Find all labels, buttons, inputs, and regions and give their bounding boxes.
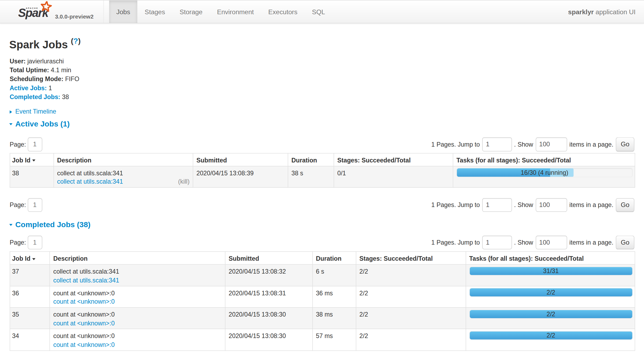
svg-text:APACHE: APACHE [26, 7, 38, 9]
